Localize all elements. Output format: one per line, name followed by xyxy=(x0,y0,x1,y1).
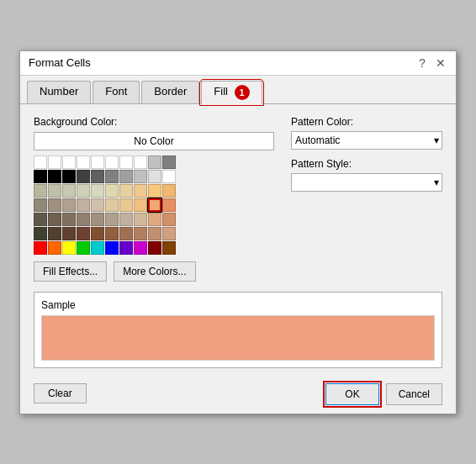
tab-border[interactable]: Border xyxy=(141,81,199,103)
color-cell[interactable] xyxy=(148,227,161,240)
clear-button[interactable]: Clear xyxy=(34,383,87,403)
color-cell[interactable] xyxy=(91,198,104,212)
color-cell[interactable] xyxy=(91,241,104,255)
color-cell[interactable] xyxy=(105,241,119,255)
color-row xyxy=(34,170,274,183)
color-cell[interactable] xyxy=(77,198,90,212)
color-cell[interactable] xyxy=(162,156,176,169)
extra-buttons: Fill Effects... More Colors... xyxy=(34,261,274,282)
color-cell[interactable] xyxy=(34,170,47,183)
color-cell[interactable] xyxy=(91,213,104,226)
color-cell[interactable] xyxy=(148,170,161,183)
color-cell[interactable] xyxy=(119,213,133,226)
action-buttons: OK Cancel xyxy=(325,383,442,405)
color-cell[interactable] xyxy=(91,156,104,169)
sample-section: Sample xyxy=(34,292,442,368)
color-cell[interactable] xyxy=(148,184,161,198)
color-cell[interactable] xyxy=(119,184,133,198)
ok-button[interactable]: OK xyxy=(325,383,378,405)
color-cell[interactable] xyxy=(62,213,76,226)
tab-number[interactable]: Number xyxy=(27,81,91,103)
more-colors-button[interactable]: More Colors... xyxy=(114,261,195,282)
color-cell[interactable] xyxy=(91,227,104,240)
color-cell[interactable] xyxy=(62,241,76,255)
color-cell[interactable] xyxy=(62,184,76,198)
title-bar-controls: ? ✕ xyxy=(415,56,447,70)
color-cell[interactable] xyxy=(91,184,104,198)
color-cell[interactable] xyxy=(34,213,47,226)
fill-effects-button[interactable]: Fill Effects... xyxy=(34,261,107,282)
color-cell[interactable] xyxy=(77,184,90,198)
pattern-color-label: Pattern Color: xyxy=(291,116,442,128)
color-cell[interactable] xyxy=(48,156,61,169)
color-cell[interactable] xyxy=(34,156,47,169)
color-row xyxy=(34,156,274,169)
color-cell[interactable] xyxy=(62,170,76,183)
right-column: Pattern Color: Automatic Pattern Style: xyxy=(291,116,442,282)
color-cell[interactable] xyxy=(91,170,104,183)
tab-content: Background Color: No Color Fill Effects.… xyxy=(20,104,456,377)
color-cell[interactable] xyxy=(62,198,76,212)
color-cell[interactable] xyxy=(119,170,133,183)
color-cell[interactable] xyxy=(119,227,133,240)
color-cell[interactable] xyxy=(162,213,176,226)
color-cell[interactable] xyxy=(48,198,61,212)
two-column-layout: Background Color: No Color Fill Effects.… xyxy=(34,116,442,282)
color-cell[interactable] xyxy=(34,227,47,240)
color-cell[interactable] xyxy=(134,170,147,183)
sample-label: Sample xyxy=(41,299,435,311)
tab-fill[interactable]: Fill 1 xyxy=(201,81,262,104)
color-cell[interactable] xyxy=(148,241,161,255)
color-cell[interactable] xyxy=(34,241,47,255)
color-cell[interactable] xyxy=(134,227,147,240)
color-cell[interactable] xyxy=(134,156,147,169)
color-cell[interactable] xyxy=(77,241,90,255)
pattern-style-select[interactable] xyxy=(291,173,442,192)
color-cell[interactable] xyxy=(134,241,147,255)
color-cell[interactable] xyxy=(48,241,61,255)
color-cell[interactable] xyxy=(162,227,176,240)
tab-font[interactable]: Font xyxy=(93,81,140,103)
color-cell[interactable] xyxy=(105,156,119,169)
color-cell[interactable] xyxy=(105,227,119,240)
pattern-style-select-wrapper xyxy=(291,173,442,192)
color-cell[interactable] xyxy=(77,170,90,183)
no-color-button[interactable]: No Color xyxy=(34,132,274,150)
cancel-button[interactable]: Cancel xyxy=(386,383,442,405)
pattern-color-select-wrapper: Automatic xyxy=(291,131,442,150)
color-cell[interactable] xyxy=(48,213,61,226)
color-cell[interactable] xyxy=(119,198,133,212)
left-column: Background Color: No Color Fill Effects.… xyxy=(34,116,274,282)
color-cell[interactable] xyxy=(134,198,147,212)
pattern-color-select[interactable]: Automatic xyxy=(291,131,442,150)
color-cell[interactable] xyxy=(119,156,133,169)
color-cell[interactable] xyxy=(162,241,176,255)
close-button[interactable]: ✕ xyxy=(434,56,447,70)
color-cell[interactable] xyxy=(119,241,133,255)
color-cell[interactable] xyxy=(134,213,147,226)
color-cell[interactable] xyxy=(148,198,161,212)
color-cell[interactable] xyxy=(48,170,61,183)
help-button[interactable]: ? xyxy=(415,56,429,70)
color-cell[interactable] xyxy=(34,184,47,198)
color-cell[interactable] xyxy=(105,170,119,183)
color-cell[interactable] xyxy=(105,184,119,198)
color-cell[interactable] xyxy=(162,198,176,212)
color-cell[interactable] xyxy=(48,184,61,198)
format-cells-dialog: Format Cells ? ✕ Number Font Border Fill… xyxy=(19,50,457,414)
color-row xyxy=(34,198,274,212)
color-cell[interactable] xyxy=(77,227,90,240)
color-cell[interactable] xyxy=(105,213,119,226)
color-cell[interactable] xyxy=(77,156,90,169)
color-cell[interactable] xyxy=(162,184,176,198)
color-cell[interactable] xyxy=(48,227,61,240)
color-cell[interactable] xyxy=(34,198,47,212)
color-cell[interactable] xyxy=(105,198,119,212)
color-cell[interactable] xyxy=(62,156,76,169)
color-cell[interactable] xyxy=(62,227,76,240)
color-cell[interactable] xyxy=(134,184,147,198)
color-cell[interactable] xyxy=(148,156,161,169)
color-cell[interactable] xyxy=(162,170,176,183)
color-cell[interactable] xyxy=(148,213,161,226)
color-cell[interactable] xyxy=(77,213,90,226)
